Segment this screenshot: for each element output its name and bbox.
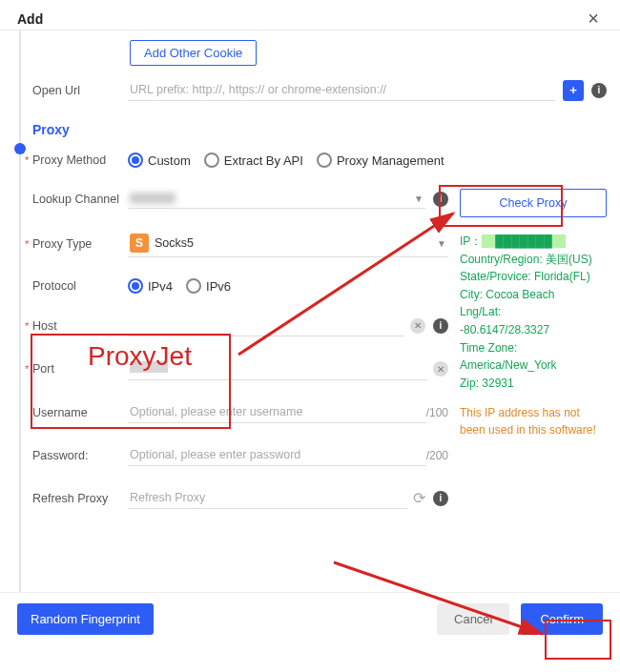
lookup-value-hidden [130, 193, 176, 204]
info-icon[interactable]: i [433, 318, 448, 334]
random-fingerprint-button[interactable]: Random Fingerprint [17, 603, 154, 635]
confirm-button[interactable]: Confirm [521, 603, 603, 635]
check-proxy-button[interactable]: Check Proxy [460, 189, 607, 217]
password-input[interactable] [128, 444, 426, 466]
chevron-down-icon: ▼ [437, 238, 446, 249]
username-label: Username [32, 406, 128, 419]
port-value-hidden [130, 361, 168, 373]
ip-value-hidden: ███████ [482, 234, 566, 248]
protocol-label: Protocol [32, 279, 128, 293]
proxy-section-title: Proxy [32, 122, 607, 137]
page-title: Add [17, 11, 43, 27]
password-label: Password: [32, 449, 128, 462]
ip-info: IP：███████ Country/Region: 美国(US) State/… [460, 233, 607, 392]
username-input[interactable] [128, 401, 426, 423]
password-max: /200 [426, 449, 448, 462]
port-label: Port [32, 362, 128, 376]
timeline-dot [14, 143, 26, 154]
host-label: Host [32, 319, 128, 333]
username-max: /100 [426, 406, 448, 419]
cancel-button[interactable]: Cancel [437, 603, 509, 635]
lookup-channel-label: Lookup Channel [32, 193, 128, 206]
proxy-type-select[interactable]: SSocks5 ▼ [128, 230, 448, 257]
clear-icon[interactable]: ✕ [410, 318, 425, 334]
refresh-proxy-input[interactable] [128, 487, 407, 509]
open-url-label: Open Url [32, 84, 128, 97]
add-url-button[interactable]: + [563, 80, 584, 101]
info-icon[interactable]: i [433, 192, 448, 207]
proxy-method-label: Proxy Method [32, 153, 128, 167]
clear-icon[interactable]: ✕ [433, 361, 448, 377]
proxy-method-custom[interactable]: Custom [128, 153, 191, 168]
port-input[interactable] [128, 357, 427, 380]
refresh-icon[interactable]: ⟳ [413, 489, 425, 507]
lookup-channel-select[interactable]: ▼ [128, 189, 425, 209]
timeline-rail [19, 31, 21, 645]
socks-icon: S [130, 234, 149, 253]
protocol-ipv6[interactable]: IPv6 [186, 278, 231, 294]
open-url-input[interactable] [128, 79, 555, 101]
proxy-method-api[interactable]: Extract By API [204, 153, 303, 168]
ip-warning: This IP address has not been used in thi… [460, 405, 607, 438]
host-input[interactable] [128, 315, 404, 336]
add-other-cookie-button[interactable]: Add Other Cookie [130, 40, 257, 66]
proxy-type-label: Proxy Type [32, 237, 128, 251]
protocol-ipv4[interactable]: IPv4 [128, 278, 173, 294]
close-icon[interactable]: × [584, 8, 603, 30]
chevron-down-icon: ▼ [414, 193, 424, 204]
proxy-method-mgmt[interactable]: Proxy Management [317, 153, 444, 168]
refresh-proxy-label: Refresh Proxy [32, 492, 128, 505]
info-icon[interactable]: i [433, 491, 448, 506]
info-icon[interactable]: i [591, 83, 607, 98]
